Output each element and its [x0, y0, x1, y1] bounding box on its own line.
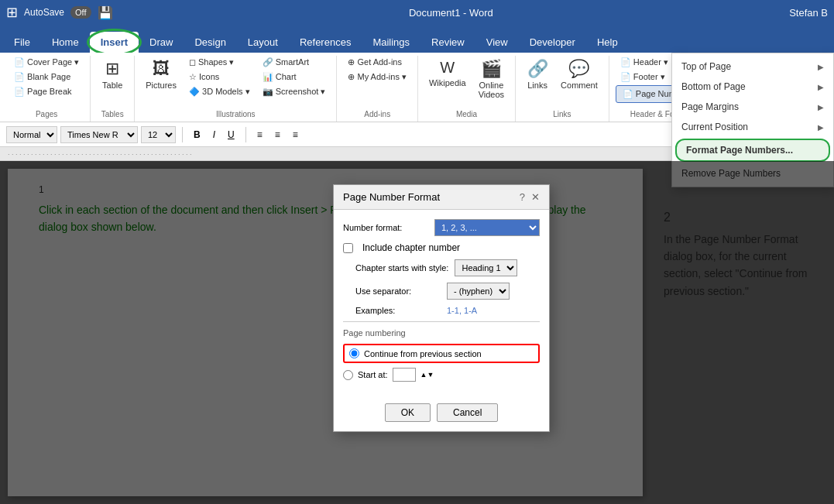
- tab-references[interactable]: References: [289, 32, 362, 53]
- wikipedia-button[interactable]: W Wikipedia: [424, 56, 471, 91]
- italic-button[interactable]: I: [208, 128, 220, 142]
- separator-label: Use separator:: [355, 286, 441, 296]
- shapes-button[interactable]: ◻ Shapes ▾: [184, 56, 255, 69]
- separator-select[interactable]: - (hyphen): [447, 283, 510, 300]
- doc-area: 1 Click in each section of the document …: [0, 161, 834, 504]
- illust-col2: 🔗 SmartArt 📊 Chart 📷 Screenshot ▾: [258, 56, 331, 98]
- fmt-divider-1: [182, 127, 183, 142]
- table-icon: ⊞: [105, 59, 119, 79]
- ribbon-group-media: W Wikipedia 🎬 OnlineVideos Media: [418, 56, 516, 122]
- blank-page-button[interactable]: 📄 Blank Page: [9, 70, 84, 84]
- dropdown-format-page-numbers[interactable]: Format Page Numbers...: [675, 139, 830, 162]
- links-buttons: 🔗 Links 💬 Comment: [522, 56, 602, 110]
- examples-row: Examples: 1-1, 1-A: [355, 306, 540, 315]
- addins-col: ⊕ Get Add-ins ⊕ My Add-ins ▾: [343, 56, 411, 84]
- bold-button[interactable]: B: [189, 128, 205, 142]
- tab-layout[interactable]: Layout: [237, 32, 289, 53]
- table-button[interactable]: ⊞ Table: [97, 56, 128, 93]
- pictures-button[interactable]: 🖼 Pictures: [141, 56, 181, 93]
- my-addins-button[interactable]: ⊕ My Add-ins ▾: [343, 70, 411, 84]
- include-chapter-row: Include chapter number: [343, 242, 540, 253]
- tab-home[interactable]: Home: [41, 32, 90, 53]
- dialog-close-button[interactable]: ✕: [531, 191, 540, 203]
- continue-from-previous-row: Continue from previous section: [343, 344, 540, 363]
- tab-developer[interactable]: Developer: [519, 32, 586, 53]
- comment-button[interactable]: 💬 Comment: [556, 56, 602, 93]
- include-chapter-checkbox[interactable]: [343, 243, 353, 253]
- page-numbering-section: Page numbering: [343, 328, 540, 338]
- online-videos-icon: 🎬: [481, 59, 502, 79]
- number-format-row: Number format: 1, 2, 3, ...: [343, 219, 540, 236]
- dropdown-page-margins[interactable]: Page Margins ▶: [672, 97, 833, 117]
- dialog-title-label: Page Number Format: [343, 191, 440, 203]
- user-name: Stefan B: [789, 7, 828, 19]
- links-button[interactable]: 🔗 Links: [522, 56, 553, 93]
- page-break-button[interactable]: 📄 Page Break: [9, 85, 84, 98]
- ribbon-group-pages: 📄 Cover Page ▾ 📄 Blank Page 📄 Page Break…: [3, 56, 91, 122]
- tab-view[interactable]: View: [475, 32, 519, 53]
- examples-value: 1-1, 1-A: [447, 306, 477, 315]
- cancel-button[interactable]: Cancel: [437, 403, 498, 422]
- media-label: Media: [456, 110, 477, 122]
- dialog-help-button[interactable]: ?: [520, 191, 525, 203]
- dropdown-top-of-page[interactable]: Top of Page ▶: [672, 57, 833, 77]
- font-select[interactable]: Times New R: [60, 126, 138, 143]
- tab-insert[interactable]: Insert: [90, 32, 139, 53]
- style-select[interactable]: Normal: [6, 126, 57, 143]
- tab-review[interactable]: Review: [420, 32, 475, 53]
- format-page-numbers-label: Format Page Numbers...: [686, 145, 793, 156]
- smartart-button[interactable]: 🔗 SmartArt: [258, 56, 331, 69]
- size-select[interactable]: 12: [141, 126, 176, 143]
- pictures-icon: 🖼: [153, 59, 170, 79]
- media-buttons: W Wikipedia 🎬 OnlineVideos: [424, 56, 509, 110]
- illust-col: ◻ Shapes ▾ ☆ Icons 🔷 3D Models ▾: [184, 56, 255, 98]
- autosave-label: AutoSave: [24, 7, 64, 18]
- cover-page-button[interactable]: 📄 Cover Page ▾: [9, 56, 84, 69]
- number-format-select[interactable]: 1, 2, 3, ...: [434, 219, 540, 236]
- tab-design[interactable]: Design: [184, 32, 236, 53]
- start-at-label: Start at:: [358, 370, 388, 379]
- icons-button[interactable]: ☆ Icons: [184, 70, 255, 84]
- top-of-page-arrow: ▶: [818, 63, 824, 71]
- bottom-of-page-arrow: ▶: [818, 83, 824, 91]
- start-at-radio[interactable]: [343, 370, 353, 380]
- start-at-row: Start at: ▲▼: [343, 368, 540, 382]
- align-right-button[interactable]: ≡: [288, 128, 303, 142]
- align-center-button[interactable]: ≡: [270, 128, 285, 142]
- start-at-spinner[interactable]: ▲▼: [420, 371, 434, 379]
- start-at-input[interactable]: [393, 368, 416, 382]
- get-addins-button[interactable]: ⊕ Get Add-ins: [343, 56, 411, 69]
- continue-label: Continue from previous section: [364, 349, 482, 358]
- autosave-toggle[interactable]: Off: [70, 6, 91, 19]
- online-videos-button[interactable]: 🎬 OnlineVideos: [474, 56, 509, 102]
- ribbon-group-addins: ⊕ Get Add-ins ⊕ My Add-ins ▾ Add-ins: [337, 56, 418, 122]
- underline-button[interactable]: U: [223, 128, 239, 142]
- separator-row: Use separator: - (hyphen): [355, 283, 540, 300]
- page-margins-arrow: ▶: [818, 103, 824, 111]
- chapter-style-section: Chapter starts with style: Heading 1 Use…: [343, 259, 540, 315]
- dropdown-current-position[interactable]: Current Position ▶: [672, 117, 833, 137]
- tab-draw[interactable]: Draw: [139, 32, 184, 53]
- continue-radio[interactable]: [349, 348, 359, 358]
- dialog-footer: OK Cancel: [334, 397, 549, 431]
- tables-label: Tables: [101, 110, 124, 122]
- pages-label: Pages: [36, 110, 57, 122]
- dropdown-bottom-of-page[interactable]: Bottom of Page ▶: [672, 77, 833, 97]
- ruler-marks: · · · · · · · · · · · · · · · · · · · · …: [8, 150, 192, 158]
- save-icon[interactable]: 💾: [98, 5, 113, 20]
- screenshot-button[interactable]: 📷 Screenshot ▾: [258, 85, 331, 98]
- align-left-button[interactable]: ≡: [252, 128, 267, 142]
- chapter-style-row: Chapter starts with style: Heading 1: [355, 259, 540, 276]
- ok-button[interactable]: OK: [385, 403, 431, 422]
- dialog-title-buttons: ? ✕: [520, 191, 540, 203]
- chapter-style-select[interactable]: Heading 1: [455, 259, 517, 276]
- tab-help[interactable]: Help: [586, 32, 629, 53]
- chart-button[interactable]: 📊 Chart: [258, 70, 331, 84]
- dialog-box: Page Number Format ? ✕ Number format: 1,…: [333, 184, 550, 432]
- tab-mailings[interactable]: Mailings: [362, 32, 420, 53]
- links-label: Links: [553, 110, 571, 122]
- tab-file[interactable]: File: [3, 32, 41, 53]
- pages-col: 📄 Cover Page ▾ 📄 Blank Page 📄 Page Break: [9, 56, 84, 98]
- fmt-divider-2: [245, 127, 246, 142]
- 3d-models-button[interactable]: 🔷 3D Models ▾: [184, 85, 255, 98]
